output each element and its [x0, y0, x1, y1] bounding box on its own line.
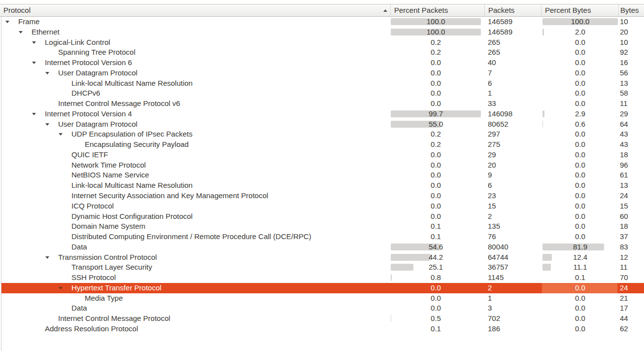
percent-bytes-cell: 0.0: [541, 58, 618, 68]
table-row[interactable]: SSH Protocol0.811450.170: [1, 273, 644, 283]
table-row[interactable]: UDP Encapsulation of IPsec Packets0.2297…: [1, 129, 644, 140]
bytes-value: 16: [618, 58, 644, 68]
protocol-name: Media Type: [85, 293, 123, 304]
expander-down-icon[interactable]: [19, 31, 23, 34]
protocol-cell: Link-local Multicast Name Resolution: [1, 180, 390, 191]
packets-value: 23: [484, 191, 541, 201]
table-row[interactable]: Address Resolution Protocol0.11860.062: [1, 324, 644, 334]
table-row[interactable]: Encapsulating Security Payload0.22750.04…: [1, 140, 644, 150]
table-row[interactable]: Internet Security Association and Key Ma…: [1, 191, 644, 201]
table-row[interactable]: User Datagram Protocol0.070.056: [1, 68, 644, 78]
table-row[interactable]: ICQ Protocol0.0150.015: [1, 201, 644, 211]
table-row[interactable]: QUIC IETF0.0290.018: [1, 150, 644, 160]
percent-bytes-cell: 0.0: [541, 150, 618, 160]
column-header-protocol[interactable]: Protocol: [0, 4, 390, 16]
table-row[interactable]: Network Time Protocol0.0200.096: [1, 160, 644, 171]
table-row[interactable]: Data54.68004081.983: [1, 242, 644, 252]
expander-down-icon[interactable]: [32, 113, 36, 115]
table-row[interactable]: Transport Layer Security25.13675711.111: [1, 262, 644, 273]
table-row[interactable]: Dynamic Host Configuration Protocol0.020…: [1, 211, 644, 222]
percent-packets-cell: 0.1: [390, 232, 484, 242]
table-row[interactable]: Spanning Tree Protocol0.22650.092: [1, 47, 644, 58]
table-row[interactable]: DHCPv60.010.058: [1, 88, 644, 99]
column-header-percent-bytes[interactable]: Percent Bytes: [541, 4, 618, 16]
table-row[interactable]: Transmission Control Protocol44.26474412…: [1, 252, 644, 263]
percent-packets-value: 0.0: [391, 88, 481, 99]
protocol-name: Spanning Tree Protocol: [58, 47, 136, 58]
table-row[interactable]: Logical-Link Control0.22650.010: [1, 37, 644, 48]
table-row[interactable]: Ethernet100.01465892.020: [1, 27, 644, 37]
table-row[interactable]: User Datagram Protocol55.0806520.664: [1, 119, 644, 130]
percent-bytes-cell: 11.1: [541, 262, 618, 273]
percent-packets-cell: 0.0: [390, 78, 484, 89]
expander-down-icon[interactable]: [59, 287, 63, 289]
table-row[interactable]: Internet Protocol Version 499.71460982.9…: [1, 109, 644, 119]
table-row[interactable]: Media Type0.010.021: [1, 293, 644, 304]
table-row[interactable]: NetBIOS Name Service0.090.061: [1, 170, 644, 180]
packets-value: 265: [484, 47, 541, 58]
percent-packets-cell: 55.0: [390, 119, 484, 130]
table-row[interactable]: Internet Control Message Protocol0.57020…: [1, 314, 644, 324]
bytes-value: 18: [618, 221, 644, 232]
table-row[interactable]: Internet Protocol Version 60.0400.016: [1, 58, 644, 68]
column-header-bytes[interactable]: Bytes: [618, 4, 644, 16]
expander-down-icon[interactable]: [5, 21, 9, 23]
expander-down-icon[interactable]: [59, 133, 63, 136]
percent-packets-cell: 25.1: [390, 262, 484, 273]
percent-packets-value: 0.0: [391, 58, 481, 68]
expander-down-icon[interactable]: [45, 123, 49, 126]
percent-bytes-value: 0.0: [542, 160, 618, 171]
protocol-cell: Spanning Tree Protocol: [1, 47, 390, 58]
percent-packets-value: 55.0: [391, 119, 481, 130]
bytes-value: 13: [618, 180, 644, 191]
percent-bytes-value: 0.0: [542, 314, 618, 324]
percent-bytes-cell: 12.4: [541, 252, 618, 263]
expander-down-icon[interactable]: [45, 256, 49, 259]
protocol-name: Encapsulating Security Payload: [85, 140, 189, 150]
column-header-packets[interactable]: Packets: [484, 4, 541, 16]
packets-value: 6: [484, 180, 541, 191]
column-header-percent-packets[interactable]: Percent Packets: [390, 4, 484, 16]
packets-value: 7: [484, 68, 541, 78]
percent-bytes-value: 0.0: [542, 211, 618, 222]
table-row[interactable]: Domain Name System0.11350.018: [1, 221, 644, 232]
protocol-cell: NetBIOS Name Service: [1, 170, 390, 180]
packets-value: 76: [484, 232, 541, 242]
protocol-name: Internet Control Message Protocol: [58, 314, 170, 324]
table-row[interactable]: Link-local Multicast Name Resolution0.06…: [1, 78, 644, 89]
table-header: Protocol Percent Packets Packets Percent…: [0, 4, 644, 17]
protocol-name: Address Resolution Protocol: [45, 324, 138, 334]
percent-bytes-cell: 0.0: [541, 180, 618, 191]
percent-packets-value: 0.8: [391, 273, 481, 283]
protocol-cell: Internet Protocol Version 6: [1, 58, 390, 68]
protocol-name: NetBIOS Name Service: [71, 170, 149, 180]
table-row[interactable]: Distributed Computing Environment / Remo…: [1, 232, 644, 242]
percent-packets-cell: 0.0: [390, 283, 484, 293]
column-header-packets-label: Packets: [488, 6, 514, 14]
protocol-name: Transport Layer Security: [71, 262, 152, 273]
percent-packets-cell: 100.0: [390, 27, 484, 37]
table-row[interactable]: Data0.030.017: [1, 303, 644, 314]
table-row[interactable]: Link-local Multicast Name Resolution0.06…: [1, 180, 644, 191]
table-row[interactable]: Frame100.0146589100.010: [1, 17, 644, 27]
percent-bytes-cell: 0.0: [541, 293, 618, 304]
bytes-value: 13: [618, 78, 644, 89]
expander-down-icon[interactable]: [45, 72, 49, 74]
expander-down-icon[interactable]: [32, 41, 36, 44]
percent-bytes-value: 0.0: [542, 58, 618, 68]
protocol-cell: Encapsulating Security Payload: [1, 140, 390, 150]
protocol-name: Internet Protocol Version 4: [45, 109, 132, 119]
percent-bytes-cell: 0.0: [541, 47, 618, 58]
protocol-cell: UDP Encapsulation of IPsec Packets: [1, 129, 390, 140]
column-header-protocol-label: Protocol: [3, 6, 31, 14]
percent-bytes-value: 0.0: [542, 170, 618, 180]
protocol-cell: Address Resolution Protocol: [1, 324, 390, 334]
protocol-name: UDP Encapsulation of IPsec Packets: [71, 129, 193, 140]
bytes-value: 21: [618, 293, 644, 304]
expander-down-icon[interactable]: [32, 62, 36, 64]
packets-value: 146098: [484, 109, 541, 119]
table-row[interactable]: Internet Control Message Protocol v60.03…: [1, 99, 644, 109]
percent-bytes-value: 12.4: [542, 252, 618, 263]
table-row[interactable]: Hypertext Transfer Protocol0.020.024: [1, 283, 644, 293]
percent-bytes-cell: 0.1: [541, 273, 618, 283]
